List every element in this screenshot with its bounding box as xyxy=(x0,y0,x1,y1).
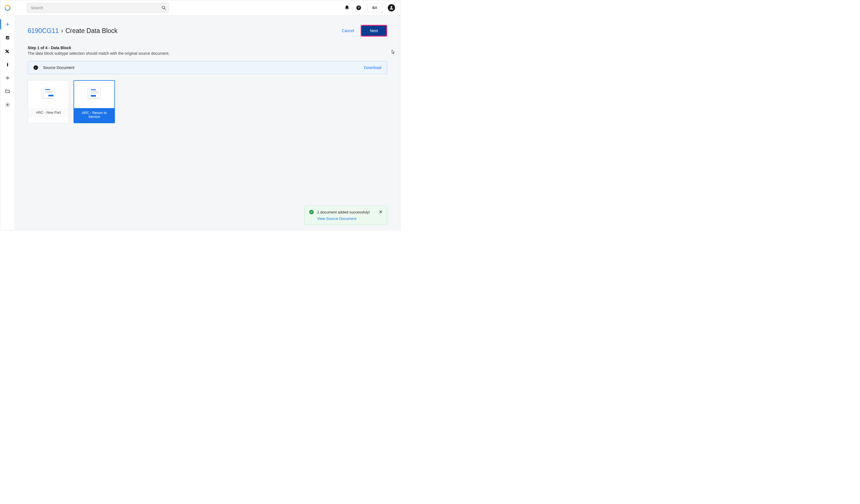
transfer-icon xyxy=(5,75,10,80)
svg-point-11 xyxy=(7,104,8,106)
sidebar-item-transfer[interactable] xyxy=(0,71,15,85)
close-icon[interactable]: ✕ xyxy=(379,210,383,214)
svg-rect-10 xyxy=(8,36,9,39)
search-wrap xyxy=(27,3,169,13)
search-input[interactable] xyxy=(27,3,169,13)
step-description: The data block subtype selection should … xyxy=(28,51,387,56)
user-initials-button[interactable]: BA xyxy=(367,3,383,12)
toast-link[interactable]: View Source Document xyxy=(317,217,383,221)
svg-rect-8 xyxy=(6,38,7,39)
source-document-banner: i Source Document Download xyxy=(28,61,387,74)
sidebar-item-dashboard[interactable] xyxy=(0,31,15,44)
notifications-icon[interactable] xyxy=(344,4,350,11)
svg-rect-20 xyxy=(91,89,96,90)
gear-icon xyxy=(5,102,10,107)
document-icon xyxy=(74,81,114,108)
toast-message: 1 document added successfuly! xyxy=(317,210,375,214)
svg-rect-23 xyxy=(91,95,96,97)
sidebar-item-folder[interactable] xyxy=(0,85,15,98)
help-icon[interactable]: ? xyxy=(355,4,362,11)
svg-point-0 xyxy=(162,6,165,9)
cancel-button[interactable]: Cancel xyxy=(342,29,354,33)
subtype-cards: ARC - New Part ARC - Return to Service xyxy=(28,80,387,123)
breadcrumb-separator: › xyxy=(61,27,63,35)
sidebar-item-flights[interactable] xyxy=(0,44,15,58)
tower-icon xyxy=(5,62,10,67)
check-icon xyxy=(309,210,314,214)
svg-line-1 xyxy=(164,9,166,10)
svg-rect-15 xyxy=(45,91,53,92)
document-icon xyxy=(28,80,69,108)
page-title: Create Data Block xyxy=(66,27,118,35)
source-document-label: Source Document xyxy=(43,65,74,70)
svg-rect-16 xyxy=(45,92,53,93)
sidebar-item-create[interactable] xyxy=(0,18,15,31)
card-arc-new-part[interactable]: ARC - New Part xyxy=(28,80,69,123)
svg-rect-14 xyxy=(45,89,50,90)
success-toast: 1 document added successfuly! ✕ View Sou… xyxy=(304,206,387,225)
sidebar-item-tower[interactable] xyxy=(0,58,15,71)
card-label: ARC - New Part xyxy=(28,108,69,117)
sidebar xyxy=(0,15,15,230)
download-link[interactable]: Download xyxy=(364,65,381,70)
card-arc-return-to-service[interactable]: ARC - Return to Service xyxy=(73,80,115,123)
step-title: Step 1 of 4 - Data Block xyxy=(28,46,387,50)
folder-icon xyxy=(5,89,10,94)
next-button[interactable]: Next xyxy=(361,26,386,36)
breadcrumb-link[interactable]: 6190CG11 xyxy=(28,27,59,35)
svg-point-4 xyxy=(390,6,392,8)
logo-icon xyxy=(4,5,11,11)
cursor-icon xyxy=(391,49,396,55)
airplane-icon xyxy=(5,48,10,54)
svg-rect-9 xyxy=(7,37,8,39)
chart-icon xyxy=(5,35,10,40)
app-logo[interactable] xyxy=(0,0,15,15)
card-label: ARC - Return to Service xyxy=(74,108,114,123)
info-icon: i xyxy=(33,65,38,70)
plus-icon xyxy=(5,22,10,27)
next-button-highlight: Next xyxy=(361,25,387,36)
topbar-right: ? BA xyxy=(344,3,395,12)
svg-text:?: ? xyxy=(358,6,360,10)
user-avatar-icon[interactable] xyxy=(388,4,395,12)
svg-rect-21 xyxy=(91,91,99,92)
svg-rect-17 xyxy=(48,95,53,97)
search-icon[interactable] xyxy=(161,5,166,10)
main-content: 6190CG11 › Create Data Block Cancel Next… xyxy=(15,15,400,230)
breadcrumb: 6190CG11 › Create Data Block xyxy=(28,27,118,35)
sidebar-item-settings[interactable] xyxy=(0,98,15,112)
topbar: ? BA xyxy=(0,0,400,15)
svg-rect-22 xyxy=(91,93,99,93)
